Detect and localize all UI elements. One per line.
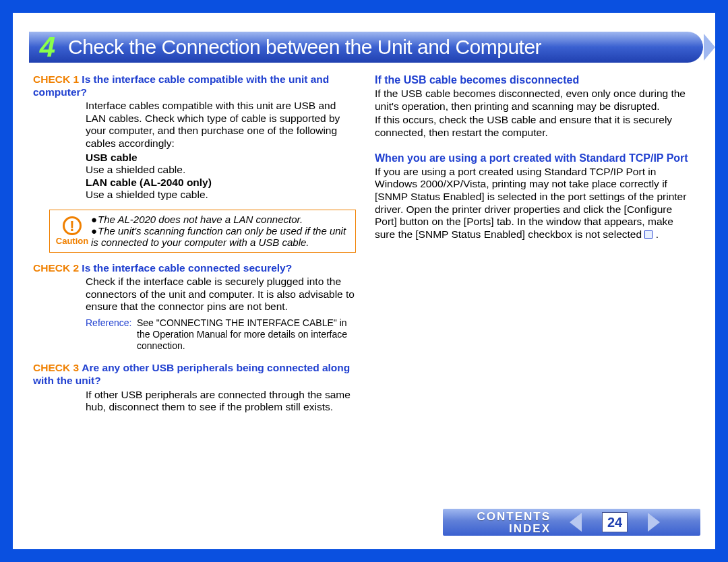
triangle-left-icon [570, 513, 582, 532]
prev-page-button[interactable] [559, 513, 593, 532]
caution-line: The unit's scanning function can only be… [91, 225, 346, 248]
chevron-right-icon [704, 34, 715, 61]
body-text: Use a shielded type cable. [86, 189, 355, 201]
content-area: CHECK 1 Is the interface cable compatibl… [33, 73, 697, 422]
body-text: If you are using a port created using St… [375, 166, 696, 241]
index-link[interactable]: INDEX [509, 523, 551, 534]
check-2: CHECK 2 Is the interface cable connected… [33, 262, 355, 352]
left-column: CHECK 1 Is the interface cable compatibl… [33, 73, 355, 422]
caution-box: ! Caution ●The AL-2020 does not have a L… [49, 210, 356, 253]
document-page: 4 Check the Connection between the Unit … [13, 13, 715, 549]
check-label: CHECK 1 [33, 73, 79, 85]
nav-bar: CONTENTS INDEX 24 [443, 509, 700, 536]
next-page-button[interactable] [637, 513, 671, 532]
check-title: Are any other USB peripherals being conn… [33, 362, 350, 386]
reference-row: Reference: See "CONNECTING THE INTERFACE… [86, 317, 355, 351]
body-text: Interface cables compatible with this un… [86, 100, 355, 150]
caution-line: The AL-2020 does not have a LAN connecto… [98, 214, 303, 225]
body-text: Check if the interface cable is securely… [86, 276, 355, 313]
caution-icon-wrap: ! Caution [53, 216, 91, 247]
sub-heading: LAN cable (AL-2040 only) [86, 177, 355, 189]
check-label: CHECK 3 [33, 362, 79, 373]
sub-heading: USB cable [86, 152, 355, 164]
nav-links: CONTENTS INDEX [443, 509, 559, 536]
body-text-part: . [653, 228, 659, 240]
reference-label: Reference: [86, 317, 137, 351]
body-text: Use a shielded cable. [86, 164, 355, 177]
right-column: If the USB cable becomes disconnected If… [375, 73, 696, 422]
caution-text: ●The AL-2020 does not have a LAN connect… [91, 214, 350, 249]
check-label: CHECK 2 [33, 262, 79, 274]
section-title: Check the Connection between the Unit an… [68, 36, 541, 59]
caution-label: Caution [53, 236, 91, 247]
triangle-right-icon [648, 513, 660, 532]
page-number: 24 [602, 512, 628, 532]
section-tcpip-port: When you are using a port created with S… [375, 152, 696, 241]
body-text: If other USB peripherals are connected t… [86, 389, 355, 414]
checkbox-icon [644, 230, 653, 239]
body-text: If the USB cable becomes disconnected, e… [375, 88, 696, 113]
caution-icon: ! [63, 216, 82, 235]
section-heading: When you are using a port created with S… [375, 152, 696, 164]
check-title: Is the interface cable connected securel… [82, 262, 292, 274]
contents-link[interactable]: CONTENTS [477, 511, 551, 522]
section-heading: If the USB cable becomes disconnected [375, 73, 696, 86]
body-text: If this occurs, check the USB cable and … [375, 114, 696, 139]
check-3: CHECK 3 Are any other USB peripherals be… [33, 362, 355, 413]
section-usb-disconnected: If the USB cable becomes disconnected If… [375, 73, 696, 139]
check-1: CHECK 1 Is the interface cable compatibl… [33, 73, 355, 201]
reference-text: See "CONNECTING THE INTERFACE CABLE" in … [137, 317, 355, 351]
body-text-part: If you are using a port created using St… [375, 166, 686, 240]
section-number: 4 [29, 32, 63, 63]
section-title-bar: 4 Check the Connection between the Unit … [29, 32, 703, 63]
